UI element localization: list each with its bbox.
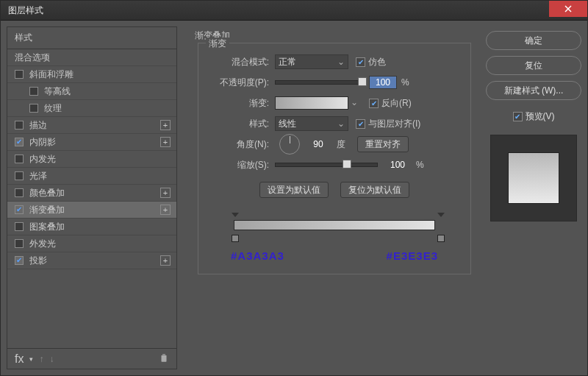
color-stop-right[interactable]: [437, 235, 445, 242]
effects-list: 斜面和浮雕等高线纹理描边+内阴影+内发光光泽颜色叠加+渐变叠加+图案叠加外发光投…: [7, 66, 176, 348]
color-left-label: #A3A3A3: [231, 249, 284, 262]
blend-mode-row: 混合模式: 正常 仿色: [209, 52, 460, 71]
preview-checkbox[interactable]: [513, 112, 523, 121]
blend-options-row[interactable]: 混合选项: [7, 49, 176, 66]
effect-row-10[interactable]: 外发光: [7, 235, 176, 252]
angle-dial[interactable]: [279, 134, 300, 155]
effect-row-2[interactable]: 纹理: [7, 100, 176, 117]
gradient-group: 渐变 混合模式: 正常 仿色 不透明度(P): 100 % 渐变:: [198, 43, 471, 274]
preview-swatch: [508, 152, 559, 204]
group-legend: 渐变: [206, 38, 229, 50]
sidebar-header: 样式: [7, 27, 176, 49]
ok-button[interactable]: 确定: [486, 31, 581, 50]
arrow-down-icon[interactable]: ↓: [49, 354, 54, 364]
blend-options-label: 混合选项: [15, 52, 171, 64]
effect-label: 斜面和浮雕: [29, 68, 171, 81]
window-title: 图层样式: [1, 4, 43, 17]
gradient-label: 渐变:: [209, 97, 275, 110]
blend-mode-select[interactable]: 正常: [275, 54, 348, 69]
color-stop-left[interactable]: [232, 235, 239, 242]
opacity-value[interactable]: 100: [369, 76, 397, 89]
gradient-picker[interactable]: [275, 96, 348, 110]
right-buttons: 确定 复位 新建样式 (W)... 预览(V): [486, 26, 581, 369]
preview-label: 预览(V): [526, 110, 555, 123]
settings-panel: 渐变叠加 渐变 混合模式: 正常 仿色 不透明度(P): 100 %: [183, 26, 480, 369]
effect-checkbox[interactable]: [15, 205, 24, 214]
angle-row: 角度(N): 90 度 重置对齐: [209, 135, 460, 154]
angle-value[interactable]: 90: [304, 138, 332, 151]
effect-label: 外发光: [29, 238, 171, 250]
styles-sidebar: 样式 混合选项 斜面和浮雕等高线纹理描边+内阴影+内发光光泽颜色叠加+渐变叠加+…: [7, 26, 177, 369]
effect-row-0[interactable]: 斜面和浮雕: [7, 66, 176, 83]
opacity-row: 不透明度(P): 100 %: [209, 73, 460, 92]
effect-checkbox[interactable]: [29, 104, 38, 113]
scale-value[interactable]: 100: [384, 158, 412, 171]
dither-label: 仿色: [368, 56, 386, 68]
effect-checkbox[interactable]: [29, 87, 38, 96]
add-effect-icon[interactable]: +: [160, 188, 171, 198]
angle-label: 角度(N):: [209, 138, 275, 151]
effect-label: 纹理: [44, 102, 171, 115]
dither-checkbox[interactable]: [356, 57, 365, 67]
reverse-label: 反向(R): [381, 97, 412, 110]
effect-row-4[interactable]: 内阴影+: [7, 134, 176, 151]
scale-unit: %: [416, 160, 424, 170]
opacity-unit: %: [401, 77, 409, 88]
scale-row: 缩放(S): 100 %: [209, 155, 460, 174]
effect-checkbox[interactable]: [15, 222, 24, 231]
effect-row-11[interactable]: 投影+: [7, 252, 176, 269]
opacity-stop-left[interactable]: [232, 213, 239, 220]
cancel-button[interactable]: 复位: [486, 56, 581, 75]
preview-row: 预览(V): [486, 110, 581, 123]
effect-row-1[interactable]: 等高线: [7, 83, 176, 100]
opacity-slider[interactable]: [275, 80, 363, 85]
gradient-editor: #A3A3A3 #E3E3E3: [226, 211, 442, 262]
fx-label[interactable]: fx: [15, 352, 24, 366]
align-checkbox[interactable]: [356, 119, 365, 129]
defaults-row: 设置为默认值 复位为默认值: [209, 182, 460, 198]
effect-checkbox[interactable]: [15, 70, 24, 79]
layer-style-dialog: 图层样式 样式 混合选项 斜面和浮雕等高线纹理描边+内阴影+内发光光泽颜色叠加+…: [0, 0, 588, 376]
effect-label: 渐变叠加: [29, 204, 160, 216]
effect-row-6[interactable]: 光泽: [7, 168, 176, 185]
scale-label: 缩放(S):: [209, 159, 275, 171]
preview-box: [490, 135, 577, 221]
effect-checkbox[interactable]: [15, 239, 24, 248]
effect-checkbox[interactable]: [15, 121, 24, 130]
add-effect-icon[interactable]: +: [160, 120, 171, 130]
effect-row-9[interactable]: 图案叠加: [7, 219, 176, 235]
effect-checkbox[interactable]: [15, 171, 24, 180]
arrow-up-icon[interactable]: ↑: [39, 354, 43, 364]
effect-checkbox[interactable]: [15, 138, 24, 146]
effect-row-7[interactable]: 颜色叠加+: [7, 185, 176, 202]
add-effect-icon[interactable]: +: [160, 137, 171, 147]
effect-row-5[interactable]: 内发光: [7, 151, 176, 168]
scale-slider[interactable]: [275, 163, 378, 167]
sidebar-footer: fx ▾ ↑ ↓: [7, 348, 176, 369]
style-select[interactable]: 线性: [275, 116, 348, 131]
effect-label: 光泽: [29, 170, 171, 182]
gradient-row: 渐变: 反向(R): [209, 93, 460, 113]
close-button[interactable]: [549, 1, 587, 17]
new-style-button[interactable]: 新建样式 (W)...: [486, 81, 581, 100]
trash-icon[interactable]: [159, 352, 169, 366]
gradient-bar[interactable]: [234, 220, 435, 230]
effect-row-3[interactable]: 描边+: [7, 117, 176, 134]
effect-checkbox[interactable]: [15, 256, 24, 265]
effect-label: 图案叠加: [29, 221, 171, 233]
opacity-stop-right[interactable]: [437, 213, 445, 220]
reset-default-button[interactable]: 复位为默认值: [340, 182, 409, 198]
reset-align-button[interactable]: 重置对齐: [357, 136, 409, 152]
effect-checkbox[interactable]: [15, 188, 24, 197]
add-effect-icon[interactable]: +: [160, 255, 171, 266]
gradient-ramp[interactable]: [226, 211, 442, 241]
fx-menu-icon[interactable]: ▾: [29, 355, 33, 363]
effect-label: 颜色叠加: [29, 187, 160, 199]
effect-label: 投影: [29, 255, 160, 267]
gradient-color-labels: #A3A3A3 #E3E3E3: [226, 249, 442, 262]
reverse-checkbox[interactable]: [369, 99, 379, 108]
set-default-button[interactable]: 设置为默认值: [259, 182, 329, 198]
add-effect-icon[interactable]: +: [160, 205, 171, 215]
effect-row-8[interactable]: 渐变叠加+: [7, 202, 176, 219]
effect-checkbox[interactable]: [15, 155, 24, 163]
